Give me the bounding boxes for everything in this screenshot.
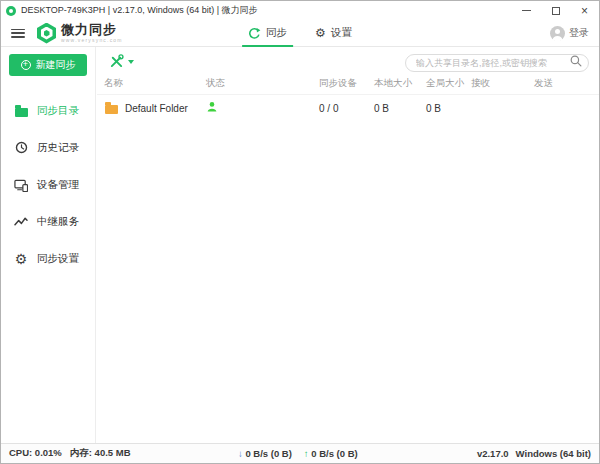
login-label: 登录 bbox=[569, 26, 589, 40]
table-header: 名称 状态 同步设备 本地大小 全局大小 接收 发送 bbox=[97, 74, 599, 93]
local-size-value: 0 B bbox=[374, 103, 426, 114]
app-window: DESKTOP-749K3PH | v2.17.0, Windows (64 b… bbox=[0, 0, 600, 464]
new-sync-label: 新建同步 bbox=[36, 58, 76, 72]
header: 微力同步 www.verysync.com 同步 ⚙ 设置 bbox=[1, 20, 599, 47]
logo-subtext: www.verysync.com bbox=[61, 38, 123, 43]
tab-settings[interactable]: ⚙ 设置 bbox=[313, 20, 354, 46]
download-arrow-icon: ↓ bbox=[238, 448, 243, 459]
col-local-size: 本地大小 bbox=[374, 77, 426, 90]
tab-sync-label: 同步 bbox=[266, 26, 287, 40]
tools-icon bbox=[109, 54, 124, 68]
search-icon[interactable] bbox=[570, 55, 582, 67]
chevron-down-icon bbox=[128, 60, 134, 64]
tools-menu-button[interactable] bbox=[109, 54, 134, 68]
online-user-icon bbox=[206, 101, 218, 113]
table-row[interactable]: Default Folder 0 / 0 0 B 0 B bbox=[97, 94, 599, 121]
maximize-icon bbox=[552, 7, 560, 15]
sidebar-item-history[interactable]: 历史记录 bbox=[1, 129, 95, 166]
menu-icon[interactable] bbox=[11, 29, 25, 38]
new-sync-button[interactable]: + 新建同步 bbox=[9, 54, 87, 76]
sidebar-item-sync-folders[interactable]: 同步目录 bbox=[1, 92, 95, 129]
tab-sync[interactable]: 同步 bbox=[246, 20, 289, 46]
sidebar-item-label: 同步设置 bbox=[37, 252, 79, 266]
devices-icon bbox=[14, 178, 28, 192]
logo-name: 微力同步 bbox=[61, 23, 123, 36]
minimize-button[interactable] bbox=[512, 1, 541, 20]
app-version: v2.17.0 bbox=[477, 448, 509, 459]
sidebar-item-devices[interactable]: 设备管理 bbox=[1, 166, 95, 203]
minimize-icon bbox=[522, 10, 531, 11]
close-button[interactable]: × bbox=[570, 1, 599, 20]
sidebar-item-sync-settings[interactable]: ⚙ 同步设置 bbox=[1, 240, 95, 277]
col-receive: 接收 bbox=[471, 77, 534, 90]
app-logo: 微力同步 www.verysync.com bbox=[37, 23, 123, 44]
main-tabs: 同步 ⚙ 设置 bbox=[246, 20, 354, 46]
logo-hexagon-icon bbox=[37, 23, 56, 44]
window-title: DESKTOP-749K3PH | v2.17.0, Windows (64 b… bbox=[21, 4, 258, 17]
status-bar: CPU: 0.01% 内存: 40.5 MB ↓ 0 B/s (0 B) ↑ 0… bbox=[1, 443, 599, 463]
platform: Windows (64 bit) bbox=[516, 448, 591, 459]
relay-icon bbox=[14, 215, 28, 229]
folder-icon bbox=[14, 104, 28, 118]
sidebar-item-label: 设备管理 bbox=[37, 178, 79, 192]
search-box bbox=[405, 52, 589, 70]
folder-icon bbox=[104, 101, 118, 115]
col-sync-devices: 同步设备 bbox=[319, 77, 374, 90]
resource-usage: CPU: 0.01% 内存: 40.5 MB bbox=[1, 447, 131, 460]
col-global-size: 全局大小 bbox=[426, 77, 471, 90]
global-size-value: 0 B bbox=[426, 103, 471, 114]
cpu-usage: CPU: 0.01% bbox=[9, 447, 62, 460]
history-icon bbox=[14, 141, 28, 155]
maximize-button[interactable] bbox=[541, 1, 570, 20]
version-info: v2.17.0 Windows (64 bit) bbox=[477, 448, 599, 459]
memory-usage: 内存: 40.5 MB bbox=[70, 447, 131, 460]
sync-devices-value: 0 / 0 bbox=[319, 103, 374, 114]
app-icon bbox=[6, 6, 16, 16]
folder-name: Default Folder bbox=[125, 103, 188, 114]
title-bar: DESKTOP-749K3PH | v2.17.0, Windows (64 b… bbox=[1, 1, 599, 20]
sync-icon bbox=[248, 27, 261, 40]
transfer-rates: ↓ 0 B/s (0 B) ↑ 0 B/s (0 B) bbox=[238, 448, 358, 459]
sidebar-item-label: 中继服务 bbox=[37, 215, 79, 229]
avatar-icon bbox=[550, 26, 565, 41]
window-controls: × bbox=[512, 1, 599, 20]
tab-settings-label: 设置 bbox=[331, 26, 352, 40]
upload-rate: 0 B/s (0 B) bbox=[311, 448, 357, 459]
main-content: 名称 状态 同步设备 本地大小 全局大小 接收 发送 Default Folde… bbox=[97, 47, 599, 443]
sidebar-item-label: 同步目录 bbox=[37, 104, 79, 118]
login-button[interactable]: 登录 bbox=[550, 26, 589, 41]
sidebar-item-label: 历史记录 bbox=[37, 141, 79, 155]
col-status: 状态 bbox=[206, 77, 319, 90]
upload-arrow-icon: ↑ bbox=[304, 448, 309, 459]
col-send: 发送 bbox=[534, 77, 599, 90]
status-cell bbox=[206, 101, 319, 115]
sidebar: + 新建同步 同步目录 历史记录 bbox=[1, 47, 96, 443]
close-icon: × bbox=[581, 5, 588, 17]
gear-icon: ⚙ bbox=[14, 252, 28, 266]
col-name: 名称 bbox=[104, 77, 206, 90]
search-input[interactable] bbox=[405, 54, 589, 72]
download-rate: 0 B/s (0 B) bbox=[245, 448, 291, 459]
plus-circle-icon: + bbox=[21, 60, 31, 70]
gear-icon: ⚙ bbox=[315, 27, 326, 39]
sidebar-item-relay[interactable]: 中继服务 bbox=[1, 203, 95, 240]
sidebar-items: 同步目录 历史记录 设 bbox=[1, 92, 95, 277]
